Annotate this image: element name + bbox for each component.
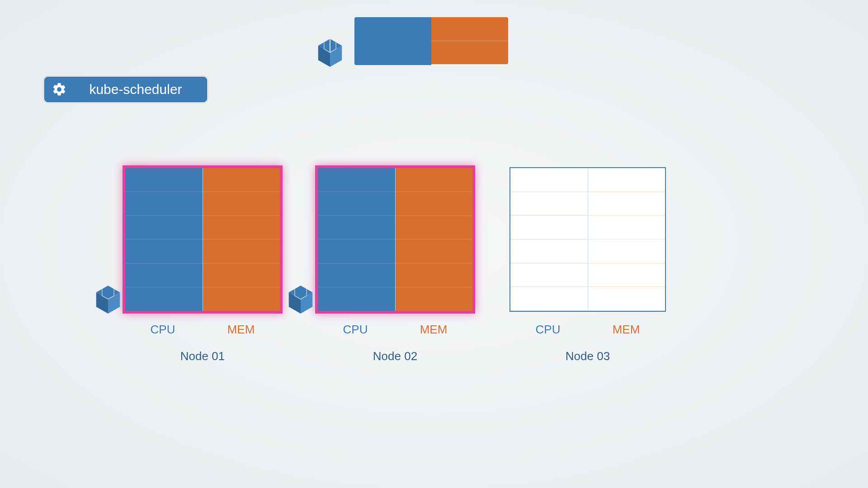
node-box [509,167,666,312]
mem-slot [203,192,280,216]
cpu-slot [510,263,588,287]
pending-mem-block [431,41,508,64]
box-icon [316,38,344,68]
node-2: CPUMEMNode 02 [317,167,473,363]
mem-slot [588,192,665,216]
mem-slot [588,263,665,287]
mem-slot [396,168,473,192]
cpu-label: CPU [151,323,175,337]
cpu-slot [318,216,395,240]
cpu-slot [510,216,588,239]
resource-labels: CPUMEM [124,323,281,337]
cpu-column [318,168,396,311]
cpu-label: CPU [343,323,368,337]
box-icon [287,285,314,314]
cpu-slot [125,263,203,287]
cpu-column [510,168,588,311]
nodes-row: CPUMEMNode 01 CPUMEMNode 02CPUMEMNode 03 [124,167,666,363]
node-box [317,167,473,312]
resource-labels: CPUMEM [317,323,473,337]
node-1: CPUMEMNode 01 [124,167,281,363]
cpu-label: CPU [536,323,561,337]
box-icon [94,285,122,314]
mem-label: MEM [227,323,255,337]
resource-labels: CPUMEM [509,323,666,337]
kube-scheduler-pill: kube-scheduler [44,77,207,102]
node-box [124,167,281,312]
mem-slot [396,263,473,287]
mem-slot [203,287,280,311]
mem-slot [588,216,665,239]
mem-slot [203,263,280,287]
mem-slot [396,192,473,216]
cpu-slot [125,168,203,192]
cpu-slot [318,239,395,263]
mem-slot [396,287,473,311]
cpu-slot [318,168,395,192]
cpu-slot [510,192,588,216]
node-3: CPUMEMNode 03 [509,167,666,363]
pending-cpu-block [354,17,431,65]
pending-pod [316,17,508,65]
cpu-slot [318,287,395,311]
mem-slot [203,216,280,240]
cpu-slot [510,287,588,311]
mem-column [396,168,473,311]
cpu-slot [318,263,395,287]
cpu-slot [510,168,588,192]
gear-icon [45,82,74,97]
pending-mem-block [431,17,508,41]
mem-label: MEM [613,323,640,337]
cpu-slot [125,192,203,216]
mem-column [203,168,280,311]
cpu-slot [125,239,203,263]
mem-column [588,168,665,311]
cpu-slot [125,216,203,240]
mem-slot [588,239,665,263]
mem-slot [203,168,280,192]
mem-slot [588,168,665,192]
mem-slot [396,239,473,263]
node-name: Node 02 [317,349,473,363]
cpu-slot [318,192,395,216]
mem-slot [203,239,280,263]
mem-slot [396,216,473,240]
kube-scheduler-label: kube-scheduler [74,82,207,97]
cpu-slot [125,287,203,311]
cpu-slot [510,239,588,263]
mem-slot [588,287,665,311]
mem-label: MEM [420,323,448,337]
cpu-column [125,168,203,311]
node-name: Node 01 [124,349,281,363]
node-name: Node 03 [509,349,666,363]
